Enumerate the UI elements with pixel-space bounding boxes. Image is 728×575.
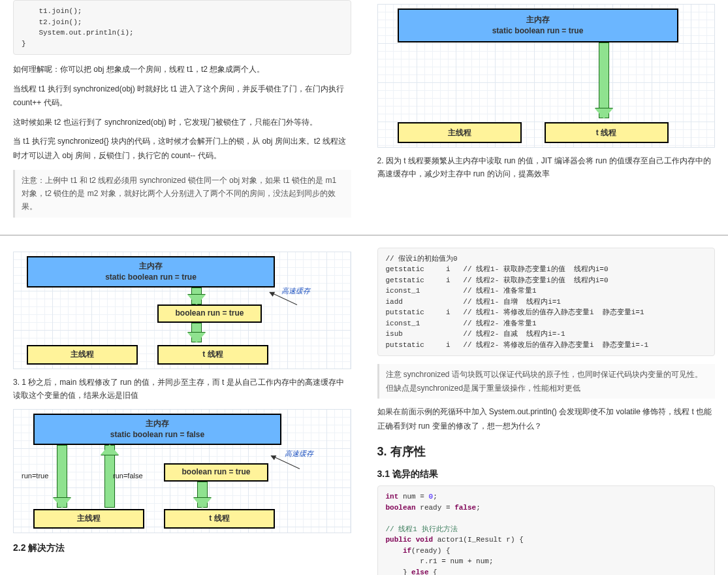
arrow-down-icon xyxy=(188,323,205,342)
box-t-thread: t 线程 xyxy=(164,509,275,529)
edge-label: run=false xyxy=(113,472,143,480)
diagram-caption: 2. 因为 t 线程要频繁从主内存中读取 run 的值，JIT 编译器会将 ru… xyxy=(377,154,716,181)
box-title: 主内存 xyxy=(139,261,163,272)
box-subtitle: static boolean run = true xyxy=(492,25,584,37)
box-main-memory: 主内存 static boolean run = false xyxy=(33,414,281,445)
cache-label: 高速缓存 xyxy=(285,449,313,459)
box-subtitle: static boolean run = false xyxy=(110,429,204,440)
box-label: t 线程 xyxy=(202,349,223,360)
box-main-thread: 主线程 xyxy=(398,122,522,143)
diagram-memory-1: 主内存 static boolean run = true 主线程 t 线程 xyxy=(377,4,716,148)
box-t-thread: t 线程 xyxy=(545,122,669,143)
box-title: 主内存 xyxy=(146,418,169,429)
page-top-left: t1.join(); t2.join(); System.out.println… xyxy=(0,0,364,235)
code-bytecode: // 假设i的初始值为0 getstatic i // 线程1- 获取静态变量i… xyxy=(377,248,716,357)
paragraph: 这时候如果 t2 也运行到了 synchronized(obj) 时，它发现门被… xyxy=(13,116,351,130)
diagram-memory-2: 主内存 static boolean run = true 高速缓存 boole… xyxy=(13,252,351,369)
arrow-down-icon xyxy=(188,288,205,304)
diagram-caption: 3. 1 秒之后，main 线程修改了 run 的值，并同步至主存，而 t 是从… xyxy=(13,376,351,402)
box-label: t 线程 xyxy=(596,127,616,139)
box-label: 主线程 xyxy=(448,127,471,139)
box-subtitle: static boolean run = true xyxy=(105,272,197,283)
box-main-thread: 主线程 xyxy=(27,345,138,365)
box-main-thread: 主线程 xyxy=(33,509,144,529)
code-snippet-join: t1.join(); t2.join(); System.out.println… xyxy=(13,0,351,55)
page-bottom-left: 主内存 static boolean run = true 高速缓存 boole… xyxy=(0,236,364,575)
box-title: 主内存 xyxy=(526,14,550,25)
edge-label: run=true xyxy=(22,472,48,480)
box-label: 主线程 xyxy=(71,349,94,360)
arrow-down-icon xyxy=(195,482,210,508)
heading-2-2: 2.2 解决方法 xyxy=(13,542,351,554)
cache-label: 高速缓存 xyxy=(281,286,310,296)
box-label: 主线程 xyxy=(77,513,101,524)
heading-3-1: 3.1 诡异的结果 xyxy=(377,468,716,480)
page-bottom-right: // 假设i的初始值为0 getstatic i // 线程1- 获取静态变量i… xyxy=(364,236,729,575)
box-label: boolean run = true xyxy=(175,308,244,319)
code-ordering-example: int num = 0; boolean ready = false; // 线… xyxy=(377,485,716,575)
box-cache: boolean run = true xyxy=(157,304,262,323)
box-label: t 线程 xyxy=(209,513,229,524)
box-cache: boolean run = true xyxy=(164,463,268,482)
paragraph: 如果在前面示例的死循环中加入 System.out.println() 会发现即… xyxy=(377,405,716,433)
paragraph: 如何理解呢：你可以把 obj 想象成一个房间，线程 t1，t2 想象成两个人。 xyxy=(13,63,351,77)
note-block: 注意 synchronized 语句块既可以保证代码块的原子性，也同时保证代码块… xyxy=(377,364,716,399)
box-label: boolean run = true xyxy=(182,467,250,478)
note-block: 注意：上例中 t1 和 t2 线程必须用 synchronized 锁住同一个 … xyxy=(13,170,351,218)
paragraph: 当 t1 执行完 synchronized{} 块内的代码，这时候才会解开门上的… xyxy=(13,135,351,163)
arrow-down-icon xyxy=(595,42,613,118)
diagram-memory-3: 主内存 static boolean run = false 高速缓存 run=… xyxy=(13,409,351,533)
box-main-memory: 主内存 static boolean run = true xyxy=(27,256,275,288)
page-top-right: 主内存 static boolean run = true 主线程 t 线程 2… xyxy=(364,0,729,235)
paragraph: 当线程 t1 执行到 synchronized(obj) 时就好比 t1 进入了… xyxy=(13,82,351,110)
box-t-thread: t 线程 xyxy=(157,345,268,365)
box-main-memory: 主内存 static boolean run = true xyxy=(398,8,678,42)
arrow-down-icon xyxy=(54,445,70,508)
heading-3: 3. 有序性 xyxy=(377,444,716,459)
